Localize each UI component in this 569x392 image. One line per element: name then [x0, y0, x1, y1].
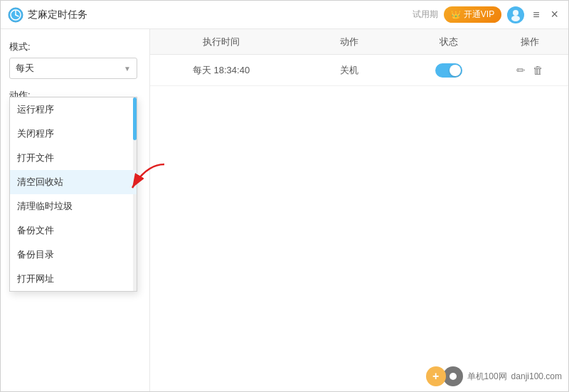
dropdown-item-label: 清空回收站 [17, 176, 63, 189]
watermark-logo: + [426, 366, 463, 386]
app-title: 芝麻定时任务 [28, 9, 413, 21]
dropdown-item-0[interactable]: 运行程序 [10, 97, 137, 122]
row-action: 关机 [292, 64, 406, 77]
dropdown-item-5[interactable]: 备份文件 [10, 218, 137, 243]
dropdown-item-7[interactable]: 打开网址 [10, 267, 137, 291]
left-panel: 模式: 每天 ▼ 动作: 关机 ▼ 运行程序 关闭程序 [1, 29, 150, 391]
titlebar-right: 试用期 👑 开通VIP ≡ × [413, 6, 561, 23]
dropdown-item-label: 打开文件 [17, 152, 54, 164]
mode-arrow-icon: ▼ [124, 65, 131, 73]
app-logo [8, 7, 23, 23]
dropdown-item-label: 备份文件 [17, 224, 54, 237]
avatar[interactable] [507, 6, 524, 23]
watermark: + 单机100网 danji100.com [426, 366, 562, 386]
row-time: 每天 18:34:40 [150, 64, 292, 77]
dropdown-item-label: 打开网址 [17, 272, 54, 285]
wm-circle-plus: + [426, 366, 446, 386]
dropdown-item-4[interactable]: 清理临时垃圾 [10, 194, 137, 218]
table-header: 执行时间 动作 状态 操作 [150, 29, 568, 55]
row-ops: ✏ 🗑 [491, 64, 568, 77]
watermark-site: 单机100网 [467, 371, 507, 383]
edit-button[interactable]: ✏ [516, 64, 526, 77]
svg-point-4 [513, 10, 519, 16]
dropdown-item-label: 清理临时垃圾 [17, 200, 73, 213]
action-dropdown: 运行程序 关闭程序 打开文件 清空回收站 清理临时垃圾 备份文件 [9, 97, 137, 292]
dropdown-item-6[interactable]: 备份目录 [10, 243, 137, 267]
col-action-header: 动作 [292, 36, 406, 48]
dropdown-item-2[interactable]: 打开文件 [10, 146, 137, 170]
mode-label: 模式: [9, 41, 141, 53]
dropdown-item-label: 备份目录 [17, 248, 54, 261]
col-ops-header: 操作 [491, 36, 568, 48]
right-panel: 执行时间 动作 状态 操作 每天 18:34:40 关机 ✏ 🗑 [150, 29, 568, 391]
titlebar: 芝麻定时任务 试用期 👑 开通VIP ≡ × [1, 1, 568, 29]
dropdown-item-1[interactable]: 关闭程序 [10, 122, 137, 146]
dropdown-item-3[interactable]: 清空回收站 [10, 170, 137, 194]
table-row: 每天 18:34:40 关机 ✏ 🗑 [150, 55, 568, 86]
close-button[interactable]: × [548, 6, 561, 23]
row-status [406, 63, 491, 78]
row-action-icons: ✏ 🗑 [516, 64, 543, 77]
mode-value: 每天 [16, 62, 34, 75]
crown-icon: 👑 [451, 10, 461, 19]
watermark-url: danji100.com [511, 371, 562, 381]
wm-inner-dot [450, 373, 457, 380]
mode-select[interactable]: 每天 ▼ [9, 58, 137, 79]
delete-button[interactable]: 🗑 [533, 64, 543, 77]
toggle-thumb [450, 65, 461, 76]
svg-point-5 [511, 16, 520, 21]
wm-circle-dot [443, 366, 463, 386]
dropdown-item-label: 关闭程序 [17, 127, 54, 140]
main-content: 模式: 每天 ▼ 动作: 关机 ▼ 运行程序 关闭程序 [1, 29, 568, 391]
status-toggle[interactable] [435, 63, 462, 78]
col-status-header: 状态 [406, 36, 491, 48]
col-time-header: 执行时间 [150, 36, 292, 48]
vip-label: 开通VIP [464, 9, 494, 21]
dropdown-item-label: 运行程序 [17, 103, 54, 116]
menu-button[interactable]: ≡ [530, 7, 542, 23]
trial-badge: 试用期 [413, 9, 438, 21]
main-window: 芝麻定时任务 试用期 👑 开通VIP ≡ × 模式: 每天 ▼ [0, 0, 569, 392]
vip-button[interactable]: 👑 开通VIP [444, 6, 501, 23]
